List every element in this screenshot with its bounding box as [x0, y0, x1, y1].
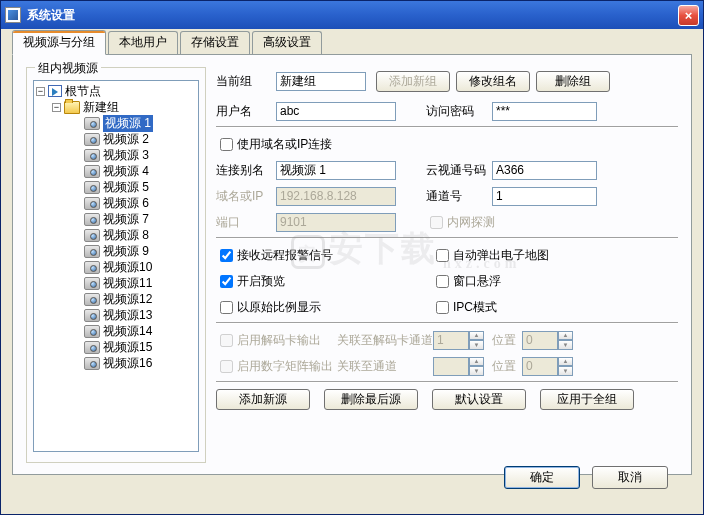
matrix-pos-spinner: ▲▼ — [558, 357, 573, 376]
camera-icon — [84, 117, 100, 130]
tree-item[interactable]: 视频源14 — [36, 323, 196, 339]
camera-icon — [84, 309, 100, 322]
tree-item[interactable]: 视频源 1 — [36, 115, 196, 131]
camera-icon — [84, 325, 100, 338]
enable-decode-label: 启用解码卡输出 — [237, 332, 337, 349]
cloud-channel-input[interactable] — [492, 161, 597, 180]
float-win-checkbox[interactable] — [436, 275, 449, 288]
tree-item[interactable]: 视频源10 — [36, 259, 196, 275]
enable-matrix-checkbox — [220, 360, 233, 373]
camera-icon — [84, 261, 100, 274]
matrix-pos-input — [522, 357, 558, 376]
tree-item[interactable]: 视频源 6 — [36, 195, 196, 211]
cloud-channel-label: 云视通号码 — [426, 162, 492, 179]
domain-ip-label: 域名或IP — [216, 188, 276, 205]
tab-storage[interactable]: 存储设置 — [180, 31, 250, 54]
tab-video-groups[interactable]: 视频源与分组 — [12, 30, 106, 55]
folder-icon — [64, 101, 80, 114]
form-area: 当前组 添加新组 修改组名 删除组 用户名 访问密码 — [216, 70, 678, 464]
position-label: 位置 — [492, 332, 516, 349]
delete-group-button[interactable]: 删除组 — [536, 71, 610, 92]
tree-item[interactable]: 视频源 4 — [36, 163, 196, 179]
tree-item[interactable]: 视频源 2 — [36, 131, 196, 147]
titlebar[interactable]: 系统设置 × — [1, 1, 703, 29]
close-button[interactable]: × — [678, 5, 699, 26]
auto-map-label: 自动弹出电子地图 — [453, 247, 549, 264]
spin-down-icon: ▼ — [558, 366, 573, 376]
spin-down-icon: ▼ — [469, 366, 484, 376]
tree[interactable]: −根节点 −新建组 视频源 1 视频源 2 视频源 3 视频源 4 视频源 5 … — [33, 80, 199, 452]
link-channel-label: 关联至通道 — [337, 358, 433, 375]
apply-all-button[interactable]: 应用于全组 — [540, 389, 634, 410]
decode-pos-input — [522, 331, 558, 350]
delete-last-button[interactable]: 删除最后源 — [324, 389, 418, 410]
orig-ratio-checkbox[interactable] — [220, 301, 233, 314]
tree-item[interactable]: 视频源15 — [36, 339, 196, 355]
decode-pos-spinner: ▲▼ — [558, 331, 573, 350]
password-label: 访问密码 — [426, 103, 492, 120]
tree-item[interactable]: 视频源 8 — [36, 227, 196, 243]
spin-up-icon: ▲ — [558, 357, 573, 367]
alias-input[interactable] — [276, 161, 396, 180]
intranet-label: 内网探测 — [447, 214, 495, 231]
link-decode-label: 关联至解码卡通道 — [337, 332, 433, 349]
tree-item[interactable]: 视频源13 — [36, 307, 196, 323]
ipc-mode-checkbox[interactable] — [436, 301, 449, 314]
group-video-sources: 组内视频源 −根节点 −新建组 视频源 1 视频源 2 视频源 3 视频源 4 … — [26, 67, 206, 463]
password-input[interactable] — [492, 102, 597, 121]
tabpanel: 组内视频源 −根节点 −新建组 视频源 1 视频源 2 视频源 3 视频源 4 … — [12, 55, 692, 475]
cancel-button[interactable]: 取消 — [592, 466, 668, 489]
group-legend: 组内视频源 — [35, 60, 101, 77]
camera-icon — [84, 357, 100, 370]
tree-item[interactable]: 视频源 3 — [36, 147, 196, 163]
decode-channel-input — [433, 331, 469, 350]
camera-icon — [84, 133, 100, 146]
client-area: 视频源与分组 本地用户 存储设置 高级设置 组内视频源 −根节点 −新建组 视频… — [12, 33, 692, 503]
port-input — [276, 213, 396, 232]
tree-item[interactable]: 视频源12 — [36, 291, 196, 307]
root-icon — [48, 85, 62, 97]
enable-decode-checkbox — [220, 334, 233, 347]
recv-alarm-checkbox[interactable] — [220, 249, 233, 262]
current-group-label: 当前组 — [216, 73, 276, 90]
ok-button[interactable]: 确定 — [504, 466, 580, 489]
camera-icon — [84, 277, 100, 290]
add-source-button[interactable]: 添加新源 — [216, 389, 310, 410]
username-label: 用户名 — [216, 103, 276, 120]
camera-icon — [84, 181, 100, 194]
camera-icon — [84, 197, 100, 210]
window-title: 系统设置 — [27, 7, 678, 24]
app-icon — [5, 7, 21, 23]
tab-advanced[interactable]: 高级设置 — [252, 31, 322, 54]
spin-down-icon: ▼ — [469, 340, 484, 350]
spin-up-icon: ▲ — [469, 331, 484, 341]
defaults-button[interactable]: 默认设置 — [432, 389, 526, 410]
alias-label: 连接别名 — [216, 162, 276, 179]
position-label: 位置 — [492, 358, 516, 375]
preview-checkbox[interactable] — [220, 275, 233, 288]
channel-input[interactable] — [492, 187, 597, 206]
tree-group[interactable]: −新建组 — [36, 99, 196, 115]
port-label: 端口 — [216, 214, 276, 231]
tree-item[interactable]: 视频源11 — [36, 275, 196, 291]
tree-item[interactable]: 视频源 5 — [36, 179, 196, 195]
decode-channel-spinner: ▲▼ — [469, 331, 484, 350]
preview-label: 开启预览 — [237, 273, 432, 290]
auto-map-checkbox[interactable] — [436, 249, 449, 262]
tree-item[interactable]: 视频源16 — [36, 355, 196, 371]
domain-ip-input — [276, 187, 396, 206]
tree-item[interactable]: 视频源 9 — [36, 243, 196, 259]
separator — [216, 381, 678, 383]
tab-local-users[interactable]: 本地用户 — [108, 31, 178, 54]
spin-down-icon: ▼ — [558, 340, 573, 350]
tree-item[interactable]: 视频源 7 — [36, 211, 196, 227]
username-input[interactable] — [276, 102, 396, 121]
edit-group-button[interactable]: 修改组名 — [456, 71, 530, 92]
tabstrip: 视频源与分组 本地用户 存储设置 高级设置 — [12, 33, 692, 55]
add-group-button[interactable]: 添加新组 — [376, 71, 450, 92]
camera-icon — [84, 149, 100, 162]
use-domain-checkbox[interactable] — [220, 138, 233, 151]
tree-root[interactable]: −根节点 — [36, 83, 196, 99]
camera-icon — [84, 229, 100, 242]
current-group-input[interactable] — [276, 72, 366, 91]
